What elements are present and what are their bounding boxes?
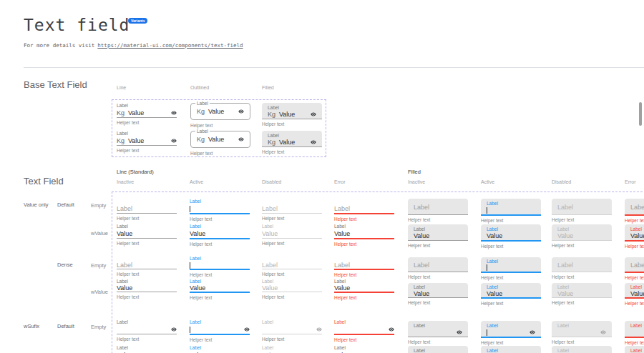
textfield-filled-dense-empty-active[interactable]: LabelLabelValueHelper text: [481, 257, 541, 281]
textfield-line-dense-wvalue-active[interactable]: LabelLabelValueHelper text: [190, 279, 250, 301]
field-input[interactable]: LabelValue: [334, 204, 394, 213]
textfield-line-wsufix-wvalue-inactive[interactable]: LabelLabelValueHelper text: [117, 345, 177, 353]
textfield-filled-wsufix-empty-error[interactable]: LabelLabelValueHelper text: [625, 321, 644, 346]
textfield-line-dense-wvalue-disabled[interactable]: LabelLabelValueHelper text: [262, 279, 322, 300]
textfield-line-dense-empty-active[interactable]: LabelLabelValueHelper text: [190, 256, 250, 278]
field-input[interactable]: LabelValue: [557, 259, 606, 271]
textfield-outlined-base-2-inactive[interactable]: LabelLabelKgValueHelper text: [190, 129, 250, 156]
textfield-filled-default-empty-active[interactable]: LabelLabelValueHelper text: [481, 199, 541, 224]
field-input[interactable]: LabelValue: [557, 232, 606, 239]
field-input[interactable]: LabelValue: [190, 204, 250, 213]
field-input[interactable]: LabelValue: [557, 201, 606, 214]
field-input[interactable]: LabelValue: [414, 259, 462, 271]
textfield-filled-dense-empty-inactive[interactable]: LabelLabelValueHelper text: [408, 257, 468, 280]
visibility-icon[interactable]: [238, 109, 244, 114]
field-input[interactable]: LabelValue: [414, 290, 462, 297]
field-input[interactable]: LabelValue: [117, 229, 177, 238]
textfield-line-default-wvalue-disabled[interactable]: LabelLabelValueHelper text: [262, 224, 322, 247]
visibility-icon[interactable]: [530, 329, 535, 335]
field-input[interactable]: LabelValue: [414, 329, 462, 336]
textfield-line-base-1-inactive[interactable]: LabelLabelKgValueHelper text: [117, 103, 177, 126]
textfield-line-default-empty-disabled[interactable]: LabelLabelValueHelper text: [262, 199, 322, 222]
variants-badge[interactable]: Variants: [128, 18, 147, 24]
textfield-filled-default-wvalue-disabled[interactable]: LabelLabelValueHelper text: [552, 224, 612, 249]
field-input[interactable]: LabelValue: [557, 329, 606, 336]
field-input[interactable]: LabelKgValue: [191, 131, 250, 147]
textfield-filled-default-wvalue-active[interactable]: LabelLabelValueHelper text: [481, 224, 541, 249]
textfield-line-dense-empty-inactive[interactable]: LabelLabelValueHelper text: [117, 256, 177, 277]
textfield-filled-wsufix-wvalue-error[interactable]: LabelLabelValueHelper text: [625, 346, 644, 353]
textfield-line-dense-empty-error[interactable]: LabelLabelValueHelper text: [334, 256, 394, 278]
field-input[interactable]: LabelValue: [262, 284, 322, 292]
textfield-filled-base-2-inactive[interactable]: LabelLabelKgValueHelper text: [262, 131, 322, 155]
textfield-line-default-wvalue-active[interactable]: LabelLabelValueHelper text: [190, 224, 250, 247]
scrollbar-thumb[interactable]: [639, 102, 642, 126]
textfield-outlined-base-1-inactive[interactable]: LabelLabelKgValueHelper text: [190, 101, 250, 129]
textfield-filled-base-1-inactive[interactable]: LabelLabelKgValueHelper text: [262, 103, 322, 127]
visibility-icon[interactable]: [171, 110, 177, 116]
visibility-icon[interactable]: [389, 327, 394, 332]
field-input[interactable]: LabelValue: [262, 229, 322, 238]
textfield-line-wsufix-empty-disabled[interactable]: LabelLabelValueHelper text: [262, 319, 322, 342]
visibility-icon[interactable]: [311, 139, 316, 145]
textfield-line-default-empty-active[interactable]: LabelLabelValueHelper text: [190, 199, 250, 222]
textfield-filled-dense-wvalue-disabled[interactable]: LabelLabelValueHelper text: [552, 283, 612, 306]
field-input[interactable]: LabelValue: [117, 204, 177, 213]
field-input[interactable]: LabelValue: [117, 262, 177, 269]
field-input[interactable]: LabelValue: [414, 201, 462, 214]
field-input[interactable]: LabelValue: [630, 201, 644, 214]
field-input[interactable]: LabelValue: [190, 325, 250, 334]
textfield-line-default-empty-inactive[interactable]: LabelLabelValueHelper text: [117, 199, 177, 222]
field-input[interactable]: LabelValue: [334, 284, 394, 292]
field-input[interactable]: LabelValue: [630, 259, 644, 271]
field-input[interactable]: LabelValue: [190, 262, 250, 269]
field-input[interactable]: LabelValue: [487, 264, 535, 271]
field-input[interactable]: LabelValue: [487, 232, 535, 239]
textfield-filled-wsufix-empty-active[interactable]: LabelLabelValueHelper text: [481, 321, 541, 346]
field-input[interactable]: LabelValue: [557, 290, 606, 297]
field-input[interactable]: LabelValue: [262, 325, 322, 334]
field-input[interactable]: LabelKgValue: [191, 104, 250, 119]
textfield-line-wsufix-wvalue-disabled[interactable]: LabelLabelValueHelper text: [262, 345, 322, 353]
field-input[interactable]: LabelValue: [487, 207, 535, 214]
field-input[interactable]: LabelKgValue: [268, 111, 316, 118]
visibility-icon[interactable]: [600, 329, 606, 335]
textfield-filled-wsufix-empty-inactive[interactable]: LabelLabelValueHelper text: [408, 321, 468, 345]
field-input[interactable]: LabelValue: [334, 229, 394, 238]
field-input[interactable]: LabelValue: [262, 204, 322, 213]
field-input[interactable]: LabelValue: [414, 232, 462, 239]
field-input[interactable]: LabelKgValue: [268, 139, 316, 146]
textfield-filled-default-empty-inactive[interactable]: LabelLabelValueHelper text: [408, 199, 468, 223]
subtitle-link[interactable]: https://material-ui.com/components/text-…: [97, 42, 243, 49]
field-input[interactable]: LabelValue: [334, 262, 394, 269]
textfield-line-wsufix-wvalue-active[interactable]: LabelLabelValueHelper text: [190, 345, 250, 353]
textfield-filled-default-empty-disabled[interactable]: LabelLabelValueHelper text: [552, 199, 612, 223]
textfield-line-wsufix-wvalue-error[interactable]: LabelLabelValueHelper text: [334, 345, 394, 353]
textfield-filled-dense-wvalue-active[interactable]: LabelLabelValueHelper text: [481, 283, 541, 307]
field-input[interactable]: LabelKgValue: [117, 109, 177, 117]
field-input[interactable]: LabelValue: [630, 329, 644, 336]
field-input[interactable]: LabelValue: [487, 329, 535, 336]
textfield-line-wsufix-empty-inactive[interactable]: LabelLabelValueHelper text: [117, 319, 177, 342]
textfield-line-default-empty-error[interactable]: LabelLabelValueHelper text: [334, 199, 394, 222]
textfield-filled-default-wvalue-error[interactable]: LabelLabelValueHelper text: [625, 224, 644, 249]
textfield-line-dense-wvalue-inactive[interactable]: LabelLabelValueHelper text: [117, 279, 177, 300]
textfield-filled-wsufix-wvalue-disabled[interactable]: LabelLabelValueHelper text: [552, 346, 612, 353]
textfield-filled-default-empty-error[interactable]: LabelLabelValueHelper text: [625, 199, 644, 224]
field-input[interactable]: LabelValue: [334, 325, 394, 334]
field-input[interactable]: LabelValue: [630, 290, 644, 297]
textfield-filled-dense-empty-error[interactable]: LabelLabelValueHelper text: [625, 257, 644, 281]
textfield-line-default-wvalue-inactive[interactable]: LabelLabelValueHelper text: [117, 224, 177, 247]
field-input[interactable]: LabelValue: [117, 325, 177, 334]
field-input[interactable]: LabelValue: [117, 284, 177, 292]
textfield-filled-wsufix-empty-disabled[interactable]: LabelLabelValueHelper text: [552, 321, 612, 345]
field-input[interactable]: LabelValue: [487, 290, 535, 297]
visibility-icon[interactable]: [457, 329, 462, 335]
visibility-icon[interactable]: [171, 138, 177, 144]
textfield-line-dense-wvalue-error[interactable]: LabelLabelValueHelper text: [334, 279, 394, 301]
textfield-filled-wsufix-wvalue-inactive[interactable]: LabelLabelValueHelper text: [408, 346, 468, 353]
textfield-line-default-wvalue-error[interactable]: LabelLabelValueHelper text: [334, 224, 394, 247]
field-input[interactable]: LabelValue: [630, 232, 644, 239]
visibility-icon[interactable]: [316, 327, 322, 332]
visibility-icon[interactable]: [244, 327, 250, 332]
